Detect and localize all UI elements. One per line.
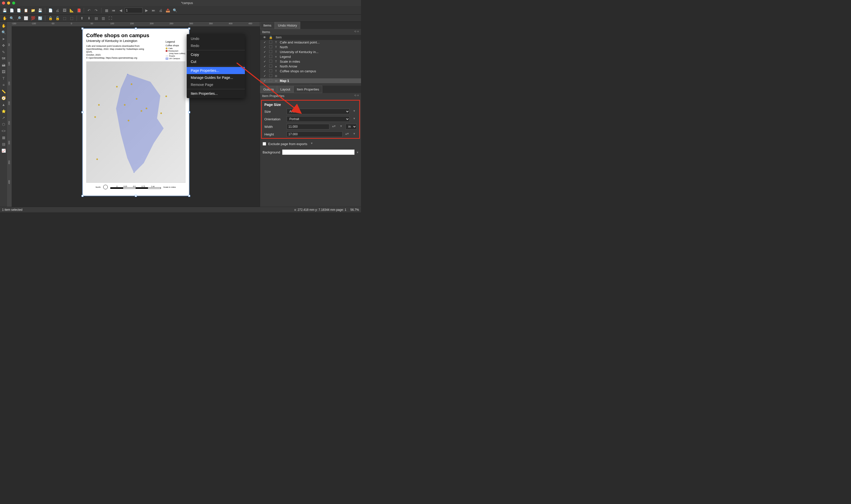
tab-items[interactable]: Items (260, 22, 275, 29)
list-item[interactable]: ✓TCafe and restaurant point... (260, 40, 361, 45)
background-color-button[interactable] (282, 149, 355, 155)
menu-item-properties[interactable]: Item Properties... (187, 90, 245, 97)
menu-copy[interactable]: Copy (187, 51, 245, 58)
raise-icon[interactable]: ⬆ (79, 15, 85, 21)
add-label-icon[interactable]: T (0, 75, 6, 82)
list-item[interactable]: ✓TScale in miles (260, 59, 361, 64)
add-marker-icon[interactable]: ⭐ (0, 108, 6, 114)
add-map-icon[interactable]: 🗺 (0, 56, 6, 62)
add-northarrow-icon[interactable]: 🧭 (0, 95, 6, 101)
data-defined-icon[interactable]: ▾ (352, 116, 357, 122)
menu-undo[interactable]: Undo (187, 35, 245, 42)
list-item[interactable]: ✓▲North Arrow (260, 64, 361, 69)
list-item[interactable]: ✓▭Map 1 (260, 78, 361, 83)
new-layout-icon[interactable]: 📄 (8, 7, 15, 13)
undo-icon[interactable]: ↶ (86, 7, 92, 13)
save-template-icon[interactable]: 💾 (37, 7, 43, 13)
save-icon[interactable]: 💾 (1, 7, 7, 13)
scalebar[interactable]: 0 0.25 0.5 0.75 1 mi (110, 185, 161, 189)
maximize-icon[interactable] (12, 1, 15, 4)
orientation-select[interactable]: Portrait (286, 116, 350, 122)
zoom-full-icon[interactable]: ⬜ (23, 15, 29, 21)
layout-page[interactable]: Coffee shops on campus University of Ken… (83, 29, 189, 196)
edit-nodes-icon[interactable]: ✎ (0, 49, 6, 55)
add-page-icon[interactable]: 📄 (47, 7, 53, 13)
add-nodeitem-icon[interactable]: ⬡ (0, 121, 6, 127)
add-scalebar-icon[interactable]: 📏 (0, 88, 6, 94)
legend[interactable]: Legend Coffee shops Cafe Restaurant (may… (166, 40, 186, 60)
spin-icon[interactable]: ▴▾ (331, 124, 336, 129)
add-shape-icon[interactable]: ▲ (0, 102, 6, 108)
lock-icon[interactable]: 🔒 (47, 15, 53, 21)
list-item[interactable]: ✓≡Legend (260, 54, 361, 59)
add-elevation-icon[interactable]: 📈 (0, 148, 6, 154)
menu-manage-guides[interactable]: Manage Guides for Page... (187, 74, 245, 81)
open-folder-icon[interactable]: 📁 (30, 7, 36, 13)
add-3dmap-icon[interactable]: 🏔 (0, 62, 6, 68)
distribute-icon[interactable]: ▥ (100, 15, 106, 21)
scale-label[interactable]: Scale in miles (163, 186, 176, 188)
atlas-export-icon[interactable]: 📤 (165, 7, 171, 13)
select-tool-icon[interactable]: ➤ (0, 36, 6, 42)
print-icon[interactable]: 🖨 (54, 7, 60, 13)
pan-tool-icon[interactable]: ✋ (0, 23, 6, 29)
menu-redo[interactable]: Redo (187, 42, 245, 49)
zoom-tool-icon[interactable]: 🔍 (0, 29, 6, 35)
panel-resize-handle[interactable]: ···· (260, 83, 361, 86)
unlock-icon[interactable]: 🔓 (54, 15, 60, 21)
pan-icon[interactable]: ✋ (1, 15, 7, 21)
list-item[interactable]: ✓TUniversity of Kentucky in... (260, 50, 361, 54)
page-number-input[interactable] (125, 7, 142, 13)
export-pdf-icon[interactable]: 📕 (76, 7, 82, 13)
add-table-icon[interactable]: ▦ (0, 134, 6, 141)
export-svg-icon[interactable]: 📐 (69, 7, 75, 13)
status-zoom[interactable]: 56.7% (350, 208, 359, 212)
duplicate-icon[interactable]: 📑 (16, 7, 22, 13)
tab-item-properties[interactable]: Item Properties (293, 86, 322, 93)
minimize-icon[interactable] (7, 1, 10, 4)
tab-undo-history[interactable]: Undo History (275, 22, 300, 29)
list-item[interactable]: ✓TCoffee shops on campus (260, 69, 361, 74)
add-html-icon[interactable]: <> (0, 128, 6, 134)
export-image-icon[interactable]: 🖼 (62, 7, 68, 13)
list-item[interactable]: ✓⊟ (260, 74, 361, 78)
list-item[interactable]: ✓TNorth (260, 45, 361, 50)
lower-icon[interactable]: ⬇ (86, 15, 92, 21)
size-select[interactable]: ANSI B (286, 109, 350, 114)
menu-cut[interactable]: Cut (187, 58, 245, 65)
data-defined-icon[interactable]: ▾ (338, 124, 344, 129)
north-label[interactable]: North (95, 186, 101, 188)
spin-icon[interactable]: ▴▾ (345, 132, 350, 137)
manager-icon[interactable]: 📋 (23, 7, 29, 13)
first-page-icon[interactable]: ⏮ (110, 7, 117, 13)
ungroup-icon[interactable]: ⬚ (69, 15, 75, 21)
resize-icon[interactable]: ⛶ (107, 15, 113, 21)
add-arrow-icon[interactable]: ↗ (0, 115, 6, 121)
redo-icon[interactable]: ↷ (93, 7, 99, 13)
tab-layout[interactable]: Layout (277, 86, 293, 93)
menu-page-properties[interactable]: Page Properties... (187, 67, 245, 74)
data-defined-icon[interactable]: ▾ (352, 109, 357, 114)
atlas-print-icon[interactable]: 🖨 (158, 7, 164, 13)
grid-icon[interactable]: ▦ (103, 7, 109, 13)
items-list[interactable]: ✓TCafe and restaurant point...✓TNorth✓TU… (260, 40, 361, 83)
unit-select[interactable]: in (346, 124, 357, 129)
add-legend-icon[interactable]: ≡ (0, 82, 6, 88)
data-defined-icon[interactable]: ▾ (352, 132, 357, 137)
map-frame[interactable] (86, 61, 186, 183)
height-input[interactable] (286, 131, 343, 137)
zoom-out-icon[interactable]: 🔎 (16, 15, 22, 21)
map-credits[interactable]: Cafe and restaurant point locations down… (83, 45, 154, 59)
refresh-icon[interactable]: 🔄 (37, 15, 43, 21)
north-arrow-icon[interactable] (103, 185, 108, 189)
zoom-100-icon[interactable]: 💯 (30, 15, 36, 21)
zoom-in-icon[interactable]: 🔍 (8, 15, 15, 21)
map-title[interactable]: Coffee shops on campus (83, 29, 189, 39)
add-fixedtable-icon[interactable]: ▤ (0, 141, 6, 147)
group-icon[interactable]: ⬚ (62, 15, 68, 21)
next-page-icon[interactable]: ▶ (143, 7, 150, 13)
add-picture-icon[interactable]: 🖼 (0, 69, 6, 75)
atlas-settings-icon[interactable]: 🔍 (172, 7, 178, 13)
tab-guides[interactable]: Guides (260, 86, 277, 93)
prev-page-icon[interactable]: ◀ (118, 7, 124, 13)
